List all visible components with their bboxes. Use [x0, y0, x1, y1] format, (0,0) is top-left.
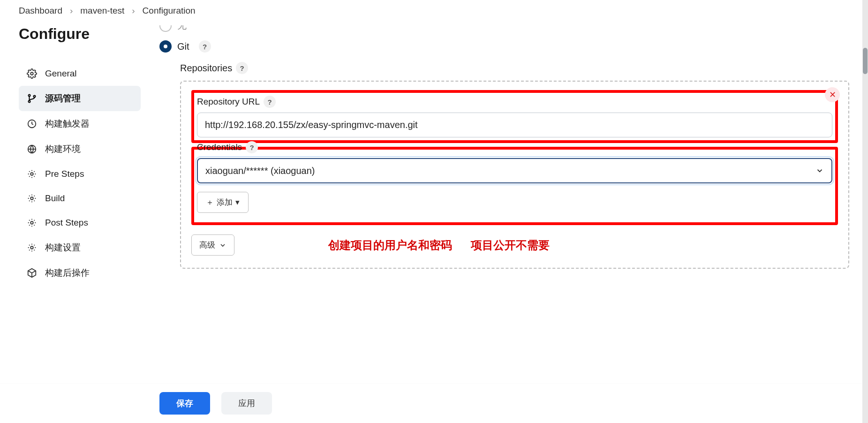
clock-icon: [26, 118, 38, 129]
scrollbar-thumb[interactable]: [863, 48, 868, 74]
repo-url-label: Repository URL ?: [197, 96, 832, 108]
radio-icon: [159, 25, 172, 32]
branch-icon: [26, 93, 38, 104]
gear-icon: [26, 168, 38, 180]
sidebar-item-post-build[interactable]: 构建后操作: [19, 260, 141, 286]
sidebar-item-post-steps[interactable]: Post Steps: [19, 211, 141, 235]
svg-point-8: [30, 221, 33, 224]
svg-point-1: [28, 95, 30, 97]
sidebar-item-label: Build: [45, 193, 65, 204]
chevron-down-icon: [219, 242, 226, 249]
sidebar-item-label: 构建设置: [45, 242, 81, 254]
scrollbar-track[interactable]: [862, 0, 868, 286]
sidebar-item-general[interactable]: General: [19, 61, 141, 86]
repository-block: ✕ Repository URL ? Credentials ?: [180, 81, 849, 269]
breadcrumb: Dashboard › maven-test › Configuration: [0, 0, 868, 25]
sidebar-item-pre-steps[interactable]: Pre Steps: [19, 162, 141, 186]
radio-none[interactable]: 无: [159, 25, 849, 32]
page-title: Configure: [19, 25, 141, 43]
sidebar-item-build-settings[interactable]: 构建设置: [19, 235, 141, 260]
sidebar-item-label: 构建环境: [45, 143, 81, 155]
advanced-button[interactable]: 高级: [191, 234, 234, 256]
gear-icon: [26, 242, 38, 253]
sidebar-item-triggers[interactable]: 构建触发器: [19, 111, 141, 136]
svg-point-6: [30, 173, 33, 175]
breadcrumb-dashboard[interactable]: Dashboard: [19, 6, 62, 16]
sidebar-item-label: 源码管理: [45, 92, 81, 105]
svg-point-7: [30, 197, 33, 200]
sidebar-item-scm[interactable]: 源码管理: [19, 86, 141, 111]
credentials-select[interactable]: xiaoguan/****** (xiaoguan): [197, 158, 832, 183]
gear-icon: [26, 193, 38, 204]
chevron-right-icon: ›: [70, 6, 73, 16]
radio-git[interactable]: Git ?: [159, 40, 849, 53]
help-icon[interactable]: ?: [236, 62, 248, 74]
repositories-label: Repositories ?: [180, 62, 849, 74]
sidebar: Configure General 源码管理 构建触发器 构建环境: [19, 25, 141, 286]
breadcrumb-project[interactable]: maven-test: [80, 6, 124, 16]
annotation-highlight: Repository URL ?: [191, 90, 838, 143]
repo-url-input[interactable]: [197, 113, 832, 137]
gear-icon: [26, 217, 38, 228]
credentials-label: Credentials ?: [197, 141, 832, 153]
box-icon: [26, 267, 38, 279]
sidebar-item-env[interactable]: 构建环境: [19, 136, 141, 162]
chevron-right-icon: ›: [132, 6, 135, 16]
svg-point-3: [33, 95, 35, 97]
sidebar-item-label: General: [45, 68, 77, 79]
annotation-text: 创建项目的用户名和密码 项目公开不需要: [328, 238, 550, 253]
help-icon[interactable]: ?: [246, 141, 258, 153]
sidebar-item-label: 构建触发器: [45, 118, 90, 130]
svg-point-9: [30, 246, 33, 249]
globe-icon: [26, 144, 38, 155]
sidebar-item-label: Post Steps: [45, 218, 88, 228]
sidebar-item-label: 构建后操作: [45, 267, 90, 279]
breadcrumb-page[interactable]: Configuration: [143, 6, 196, 16]
sidebar-item-build[interactable]: Build: [19, 186, 141, 211]
plus-icon: ＋: [206, 197, 214, 208]
close-icon: ✕: [829, 90, 836, 100]
caret-down-icon: ▾: [235, 197, 240, 207]
remove-repo-button[interactable]: ✕: [825, 87, 840, 102]
radio-label: Git: [177, 41, 189, 52]
gear-icon: [26, 68, 38, 79]
help-icon[interactable]: ?: [199, 40, 211, 53]
radio-label: 无: [177, 25, 187, 32]
add-credentials-button[interactable]: ＋添加 ▾: [197, 192, 249, 213]
help-icon[interactable]: ?: [264, 96, 276, 108]
annotation-highlight: Credentials ? xiaoguan/****** (xiaoguan)…: [191, 147, 838, 225]
radio-selected-icon: [159, 40, 172, 53]
svg-point-2: [28, 100, 30, 102]
svg-point-0: [30, 72, 33, 75]
main-content: 无 Git ? Repositories ? ✕ Repository URL …: [141, 25, 849, 286]
sidebar-item-label: Pre Steps: [45, 169, 84, 179]
